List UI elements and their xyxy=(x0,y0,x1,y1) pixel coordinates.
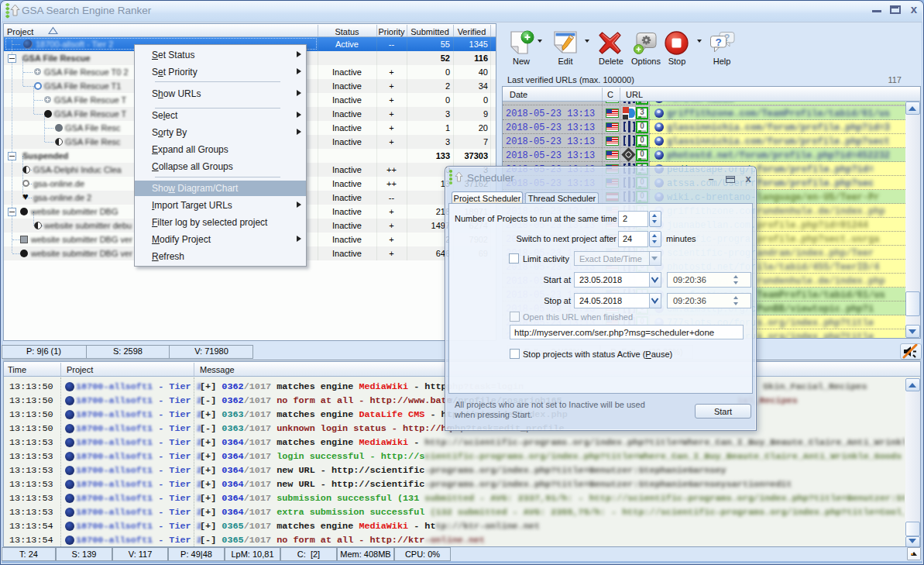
svg-text:?: ? xyxy=(715,36,721,48)
